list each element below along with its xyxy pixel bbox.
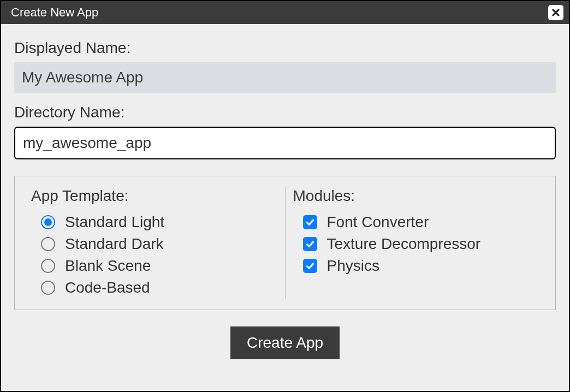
template-option-blank-scene[interactable]: Blank Scene <box>31 255 277 277</box>
radio-icon <box>41 237 55 251</box>
window-title: Create New App <box>11 5 98 20</box>
create-app-dialog: Create New App Displayed Name: My Awesom… <box>0 0 570 392</box>
displayed-name-label: Displayed Name: <box>14 39 556 57</box>
radio-icon <box>41 215 55 229</box>
titlebar: Create New App <box>1 1 569 24</box>
template-option-standard-dark[interactable]: Standard Dark <box>31 233 277 255</box>
close-button[interactable] <box>548 5 563 20</box>
module-option-label: Font Converter <box>327 213 429 231</box>
checkbox-icon <box>303 259 317 273</box>
checkbox-icon <box>303 237 317 251</box>
close-icon <box>551 8 560 17</box>
module-option-physics[interactable]: Physics <box>293 255 539 277</box>
radio-icon <box>41 281 55 295</box>
dialog-footer: Create App <box>14 326 556 359</box>
checkbox-icon <box>303 215 317 229</box>
create-app-button[interactable]: Create App <box>230 326 340 359</box>
modules-label: Modules: <box>293 187 539 205</box>
modules-column: Modules: Font Converter Texture Decompre… <box>286 187 547 299</box>
template-option-label: Code-Based <box>65 279 150 296</box>
template-option-label: Blank Scene <box>65 257 151 275</box>
directory-name-label: Directory Name: <box>14 104 556 121</box>
dialog-content: Displayed Name: My Awesome App Directory… <box>1 24 569 391</box>
template-option-standard-light[interactable]: Standard Light <box>31 211 277 233</box>
module-option-font-converter[interactable]: Font Converter <box>293 211 539 233</box>
template-option-code-based[interactable]: Code-Based <box>31 277 277 299</box>
template-option-label: Standard Light <box>65 213 164 231</box>
radio-icon <box>41 259 55 273</box>
template-option-label: Standard Dark <box>65 235 164 253</box>
template-label: App Template: <box>31 187 277 205</box>
module-option-texture-decompressor[interactable]: Texture Decompressor <box>293 233 539 255</box>
template-column: App Template: Standard Light Standard Da… <box>23 187 286 299</box>
directory-name-input[interactable] <box>14 127 556 159</box>
displayed-name-value: My Awesome App <box>14 62 556 93</box>
module-option-label: Texture Decompressor <box>327 235 481 253</box>
options-panel: App Template: Standard Light Standard Da… <box>14 176 556 310</box>
module-option-label: Physics <box>327 257 379 275</box>
